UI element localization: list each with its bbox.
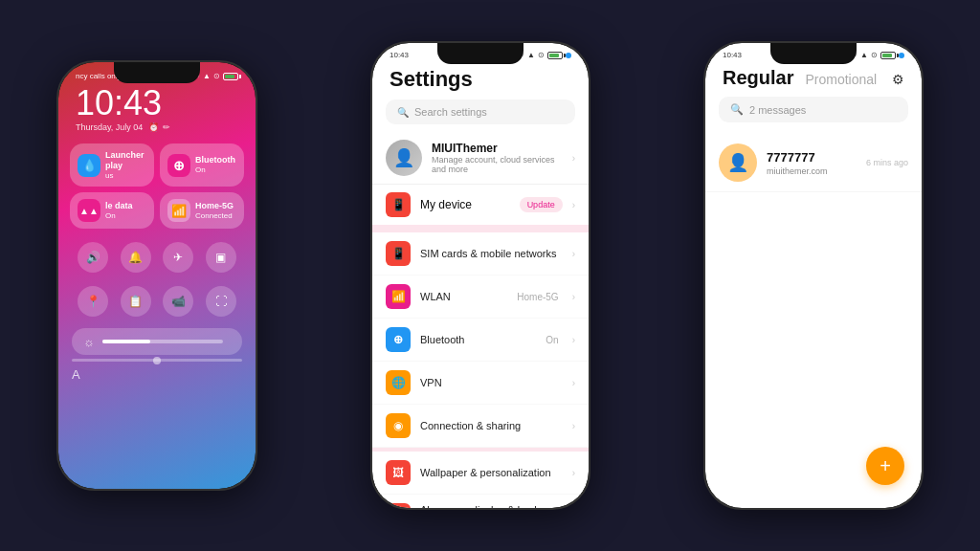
bell-icon[interactable]: 🔔 [121,242,151,273]
volume-dot [153,357,161,364]
data-control[interactable]: ▲▲ le data On [70,192,154,229]
sim-label: SIM cards & mobile networks [420,248,563,259]
sim-chevron-icon: › [572,249,575,259]
battery-icon [223,73,238,80]
bluetooth-menu-item[interactable]: ⊕ Bluetooth On › [372,319,589,362]
settings-search[interactable]: 🔍 Search settings [386,99,575,124]
wlan-menu-item[interactable]: 📶 WLAN Home-5G › [372,276,589,319]
date-action-icons: ⏰ ✏ [148,122,170,132]
user-chevron-icon: › [572,153,575,164]
message-number: 7777777 [767,150,857,165]
display-icon: 🔒 [386,503,411,508]
bluetooth-menu-label: Bluetooth [420,334,536,345]
camera-icon[interactable]: 📹 [163,286,193,317]
wallpaper-chevron-icon: › [572,468,575,478]
text-small-label: A [72,367,80,382]
speaker-icon[interactable]: 🔊 [78,242,108,273]
airplane-icon[interactable]: ✈ [163,242,193,273]
messages-search[interactable]: 🔍 2 messages [719,97,908,122]
message-time: 6 mins ago [866,158,908,167]
wallpaper-label: Wallpaper & personalization [420,467,563,478]
connection-chevron-icon: › [572,421,575,431]
vpn-menu-item[interactable]: 🌐 VPN › [372,362,589,405]
wallpaper-menu-item[interactable]: 🖼 Wallpaper & personalization › [372,452,589,495]
phone1-screen: ncy calls only ✳ ▲ ⊙ 10:43 Thursday, Jul… [58,62,256,489]
battery3-icon [880,52,896,59]
display-menu-item[interactable]: 🔒 Always-on display & Lock screen › [372,495,589,508]
phone3-notch [770,43,857,64]
display-label: Always-on display & Lock screen [420,504,563,508]
my-device-row[interactable]: 📱 My device Update › [372,185,589,229]
scan-icon[interactable]: ⛶ [206,286,236,317]
wallpaper-icon: 🖼 [386,460,411,485]
wlan-label: WLAN [420,291,507,302]
phone2-notch [437,43,523,64]
tab-regular[interactable]: Regular [723,67,793,89]
wlan-value: Home-5G [517,292,558,302]
wifi-ctrl-icon: 📶 [167,199,190,222]
device-chevron-icon: › [572,200,575,210]
phone1-status-icons: ✳ ▲ ⊙ [193,72,238,80]
alarm-icon[interactable]: ⏰ [148,122,159,132]
user-account-row[interactable]: 👤 MIUIThemer Manage account, cloud servi… [372,132,589,185]
grid-icon[interactable]: ▣ [206,242,236,273]
messages-settings-icon[interactable]: ⚙ [892,72,904,87]
messages-search-icon: 🔍 [730,103,744,116]
blue-dot-icon [566,53,571,58]
connection-menu-item[interactable]: ◉ Connection & sharing › [372,405,589,448]
bluetooth-menu-icon: ⊕ [386,327,411,352]
brightness-fill [102,340,150,343]
user-name: MIUIThemer [432,142,563,155]
bluetooth-ctrl-sub: On [195,165,206,174]
bluetooth-menu-value: On [546,335,558,345]
wlan-icon: 📶 [386,284,411,309]
wifi-ctrl-label: Home-5G [195,201,234,211]
tab-promotional[interactable]: Promotional [805,72,877,87]
brightness-icon: ☼ [83,335,95,349]
wifi-ctrl-sub: Connected [195,211,233,220]
vpn-icon: 🌐 [386,370,411,395]
vpn-label: VPN [420,377,563,388]
messages-tabs: Regular Promotional ⚙ [705,63,922,97]
vpn-chevron-icon: › [572,378,575,388]
water-control[interactable]: 💧 Launcher play us [70,143,154,187]
phone2-screen: 10:43 ✳ ▲ ⊙ Settings 🔍 Search settings 👤… [372,43,589,508]
wlan-chevron-icon: › [572,292,575,302]
battery2-icon [547,52,563,59]
wifi-control[interactable]: 📶 Home-5G Connected [160,192,244,229]
connection-icon: ◉ [386,413,411,438]
sim-menu-item[interactable]: 📱 SIM cards & mobile networks › [372,232,589,276]
quick-icons-row2: 📍 📋 📹 ⛶ [58,282,256,320]
brightness-bar [102,340,223,343]
location-icon[interactable]: 📍 [78,286,108,317]
message-sub: miuithemer.com [767,166,857,176]
sim-icon: 📱 [386,241,411,266]
device-label: My device [420,198,510,211]
blue-dot2-icon [899,53,904,58]
compose-fab-button[interactable]: + [866,447,904,485]
bluetooth-ctrl-label: Bluetooth [195,155,235,165]
message-row-1[interactable]: 👤 7777777 miuithemer.com 6 mins ago [705,134,922,192]
phone-lockscreen: ncy calls only ✳ ▲ ⊙ 10:43 Thursday, Jul… [56,60,257,491]
data-icon: ▲▲ [78,199,100,222]
user-sub: Manage account, cloud services and more [432,155,563,174]
signal-icon: ▲ [203,72,211,80]
bluetooth-control[interactable]: ⊕ Bluetooth On [160,143,244,187]
bluetooth-chevron-icon: › [572,335,575,345]
phone2-time: 10:43 [390,51,409,59]
search-icon: 🔍 [397,107,409,118]
phone-messages: 10:43 ✳ ▲ ⊙ Regular Promotional ⚙ 🔍 2 me… [703,41,924,510]
clipboard-icon[interactable]: 📋 [121,286,151,317]
phone1-notch [114,62,200,83]
brightness-control[interactable]: ☼ [72,328,242,355]
edit-icon[interactable]: ✏ [163,122,170,132]
wifi-status-icon: ⊙ [213,72,220,80]
signal3-icon: ▲ [860,51,868,59]
signal-bars-icon: ▲ [527,51,535,59]
update-button[interactable]: Update [520,197,563,212]
lockscreen-time: 10:43 [58,84,256,121]
compose-fab-icon: + [880,455,891,477]
message-avatar: 👤 [719,143,757,182]
data-sub: On [105,211,116,220]
water-label: Launcher play [105,150,146,171]
